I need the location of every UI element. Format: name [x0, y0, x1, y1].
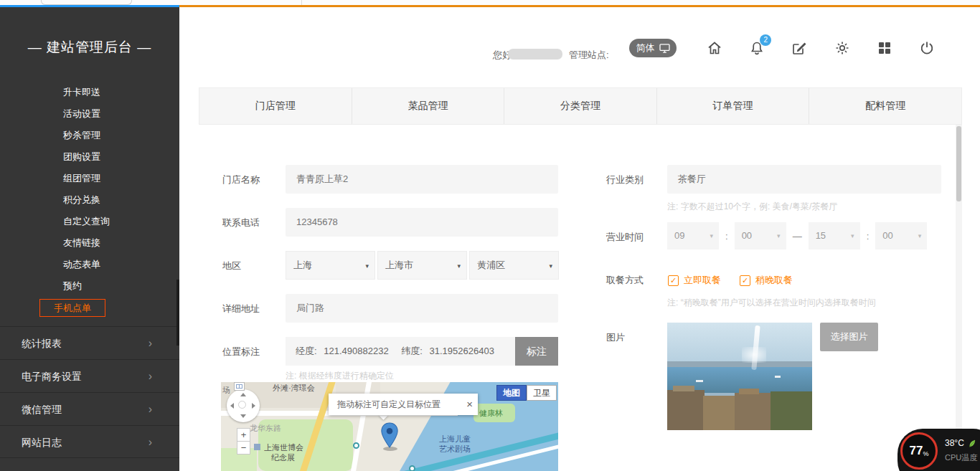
address-input[interactable]: 局门路	[286, 294, 558, 323]
map-type-map-button[interactable]: 地图	[496, 385, 527, 401]
city-select[interactable]: 上海市 ▾	[377, 251, 467, 280]
sidebar-section-stats[interactable]: 统计报表 ›	[0, 326, 179, 359]
zoom-out-button[interactable]: −	[237, 441, 250, 455]
open-minute-select[interactable]: 00 ▾	[735, 222, 786, 249]
colon-separator: :	[867, 231, 870, 242]
museum-icon	[254, 444, 260, 450]
power-icon[interactable]	[918, 39, 936, 57]
pan-left-icon[interactable]	[230, 403, 234, 409]
browser-addressbar-fragment	[41, 0, 132, 5]
pan-center-icon	[238, 401, 246, 409]
choose-image-button[interactable]: 选择图片	[820, 323, 878, 351]
home-icon[interactable]	[706, 39, 723, 57]
bell-icon[interactable]: 2	[748, 39, 765, 57]
hours-row: 09 ▾ : 00 ▾ — 15 ▾ : 00 ▾	[667, 222, 927, 249]
cpu-gauge: 77 %	[900, 432, 938, 470]
map-pan-control[interactable]	[227, 389, 260, 422]
mark-location-button[interactable]: 标注	[515, 337, 558, 366]
sidebar-scrollbar-thumb[interactable]	[176, 280, 179, 346]
content-scrollbar-thumb[interactable]	[956, 126, 961, 201]
location-note: 注: 根据经纬度进行精确定位	[286, 370, 394, 382]
apps-grid-icon[interactable]	[876, 39, 893, 57]
sidebar-item-points[interactable]: 积分兑换	[0, 189, 179, 211]
address-label: 详细地址	[222, 303, 260, 315]
tab-order-management[interactable]: 订单管理	[657, 88, 810, 124]
location-box[interactable]: 经度: 121.490882232 纬度: 31.1952626403 标注	[286, 337, 558, 366]
map-overview-icon[interactable]	[234, 382, 245, 391]
photo-roof	[673, 386, 694, 391]
close-hour-value: 15	[816, 230, 826, 241]
sidebar-section-ecommerce[interactable]: 电子商务设置 ›	[0, 359, 179, 392]
phone-input[interactable]: 12345678	[286, 208, 558, 237]
sidebar-section-logs[interactable]: 网站日志 ›	[0, 425, 179, 458]
tab-dish-management[interactable]: 菜品管理	[352, 88, 505, 124]
map-label: 上海世博会	[264, 442, 303, 453]
store-name-input[interactable]: 青青原上草2	[286, 165, 558, 194]
sidebar-item-mobile-order[interactable]: 手机点单	[39, 299, 105, 317]
close-minute-select[interactable]: 00 ▾	[875, 222, 927, 249]
close-icon[interactable]: ×	[466, 394, 473, 415]
sidebar-item-activity[interactable]: 活动设置	[0, 103, 179, 125]
checkbox-later-pickup[interactable]: ✓	[740, 275, 750, 286]
sidebar-item-flashsale[interactable]: 秒杀管理	[0, 125, 179, 146]
immediate-pickup-label: 立即取餐	[684, 274, 721, 287]
map-pin-icon[interactable]	[380, 422, 399, 448]
pan-up-icon[interactable]	[240, 393, 246, 396]
district-value: 黄浦区	[477, 260, 505, 270]
map-label: 场	[222, 385, 230, 396]
map-label: 外滩·湾璟会	[273, 383, 315, 394]
province-select[interactable]: 上海 ▾	[286, 251, 375, 280]
language-label: 简体	[636, 42, 655, 54]
sidebar-item-custom-query[interactable]: 自定义查询	[0, 211, 179, 232]
sidebar-item-mobile-order-wrap: 手机点单	[0, 297, 179, 318]
photo-building	[667, 390, 705, 430]
map-type-satellite-button[interactable]: 卫星	[527, 385, 557, 401]
chevron-down-icon: ▾	[549, 252, 552, 280]
edit-icon[interactable]	[791, 39, 808, 57]
photo-roof	[739, 389, 759, 394]
sidebar-item-dynamic-form[interactable]: 动态表单	[0, 254, 179, 275]
district-select[interactable]: 黄浦区 ▾	[469, 251, 559, 280]
tab-store-management[interactable]: 门店管理	[199, 88, 352, 124]
sidebar-item-links[interactable]: 友情链接	[0, 232, 179, 254]
pan-down-icon[interactable]	[240, 414, 246, 418]
lat-label: 纬度:	[401, 346, 423, 356]
open-hour-select[interactable]: 09 ▾	[667, 222, 719, 249]
zoom-in-button[interactable]: +	[237, 428, 250, 442]
chevron-down-icon: ▾	[710, 222, 713, 249]
sidebar-section-label: 统计报表	[22, 338, 62, 349]
chevron-right-icon: ›	[149, 393, 152, 426]
industry-input[interactable]: 茶餐厅	[667, 165, 941, 194]
photo-boat	[775, 376, 781, 378]
map-canvas[interactable]: 外滩·湾璟会 龙华东路 上海世博会 纪念展 健康林 上海儿童 艺术剧场 场 拖动…	[221, 382, 558, 471]
sidebar-section-label: 电子商务设置	[22, 371, 82, 382]
map-label: 健康林	[479, 408, 503, 419]
sidebar-menu: 升卡即送 活动设置 秒杀管理 团购设置 组团管理 积分兑换 自定义查询 友情链接…	[0, 82, 179, 318]
chevron-right-icon: ›	[149, 327, 152, 360]
monitor-icon	[659, 44, 670, 53]
language-button[interactable]: 简体	[629, 39, 677, 57]
checkbox-immediate-pickup[interactable]: ✓	[668, 275, 679, 286]
sidebar-item-groupbuy[interactable]: 团购设置	[0, 146, 179, 168]
dash-separator: —	[793, 231, 802, 242]
tab-ingredient-management[interactable]: 配料管理	[809, 88, 961, 124]
pickup-label: 取餐方式	[606, 274, 644, 287]
store-name-label: 门店名称	[222, 173, 260, 186]
sidebar-item-booking[interactable]: 预约	[0, 275, 179, 297]
close-hour-select[interactable]: 15 ▾	[809, 222, 860, 249]
sidebar-sections: 统计报表 › 电子商务设置 › 微信管理 › 网站日志 ›	[0, 326, 179, 458]
content-scrollbar[interactable]	[956, 125, 962, 471]
sidebar-section-wechat[interactable]: 微信管理 ›	[0, 392, 179, 425]
tab-category-management[interactable]: 分类管理	[504, 88, 657, 124]
image-label: 图片	[606, 331, 625, 344]
industry-label: 行业类别	[606, 173, 644, 186]
pan-right-icon[interactable]	[252, 403, 255, 409]
site-label: 管理站点:	[569, 49, 609, 62]
gear-icon[interactable]	[834, 39, 851, 57]
photo-building	[703, 396, 736, 430]
cpu-percent-sign: %	[923, 450, 928, 457]
photo-trees	[771, 391, 812, 430]
chevron-down-icon: ▾	[365, 252, 369, 280]
notification-badge: 2	[760, 34, 771, 46]
sidebar-item-team[interactable]: 组团管理	[0, 168, 179, 189]
